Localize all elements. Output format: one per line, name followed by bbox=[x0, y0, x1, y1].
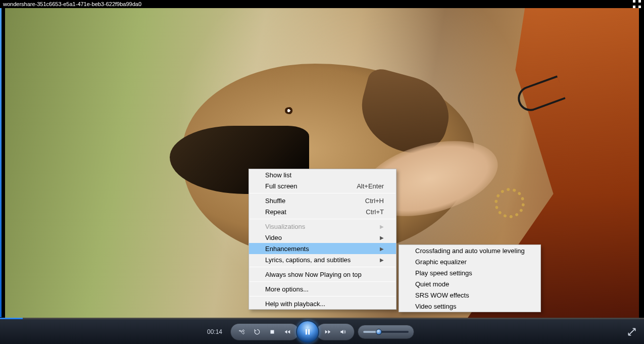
fullscreen-icon bbox=[627, 327, 637, 337]
menu-item-label: Enhancements bbox=[265, 245, 368, 253]
play-pause-button[interactable] bbox=[296, 320, 319, 343]
control-capsule-left bbox=[230, 323, 299, 340]
menu-item-more-options[interactable]: More options... bbox=[249, 283, 396, 294]
titlebar: wondershare-351c6653-e5a1-471e-beb3-622f… bbox=[0, 0, 644, 8]
menu-item-label: More options... bbox=[265, 285, 384, 293]
menu-separator bbox=[250, 219, 395, 219]
context-menu: Show listFull screenAlt+EnterShuffleCtrl… bbox=[249, 169, 397, 310]
submenu-item-label: SRS WOW effects bbox=[415, 291, 528, 299]
menu-separator bbox=[250, 193, 395, 193]
menu-item-visualizations: Visualizations▶ bbox=[249, 221, 396, 232]
volume-icon bbox=[339, 328, 346, 335]
elapsed-time: 00:14 bbox=[207, 328, 222, 335]
menu-item-show-list[interactable]: Show list bbox=[249, 169, 396, 180]
menu-item-label: Help with playback... bbox=[265, 300, 384, 308]
menu-item-label: Visualizations bbox=[265, 223, 368, 230]
fullscreen-button[interactable] bbox=[627, 327, 637, 337]
stop-button[interactable] bbox=[265, 325, 279, 339]
menu-item-help-with-playback[interactable]: Help with playback... bbox=[249, 298, 396, 309]
submenu-item-label: Quiet mode bbox=[415, 280, 528, 288]
shuffle-icon bbox=[238, 328, 245, 335]
volume-thumb[interactable] bbox=[376, 329, 382, 335]
next-icon bbox=[324, 328, 331, 335]
menu-item-always-show-now-playing-on-top[interactable]: Always show Now Playing on top bbox=[249, 269, 396, 280]
submenu-item-label: Play speed settings bbox=[415, 269, 528, 277]
stop-icon bbox=[269, 328, 276, 335]
submenu-arrow-icon: ▶ bbox=[380, 224, 384, 229]
menu-separator bbox=[250, 281, 395, 282]
left-edge-highlight bbox=[0, 8, 2, 317]
previous-button[interactable] bbox=[280, 325, 294, 339]
menu-item-shortcut: Ctrl+T bbox=[366, 208, 384, 216]
menu-item-enhancements[interactable]: Enhancements▶ bbox=[249, 243, 396, 254]
pause-icon bbox=[304, 328, 312, 336]
menu-separator bbox=[250, 267, 395, 267]
menu-item-label: Always show Now Playing on top bbox=[265, 271, 384, 278]
submenu-item-srs-wow-effects[interactable]: SRS WOW effects bbox=[399, 289, 540, 301]
repeat-button[interactable] bbox=[250, 325, 264, 339]
submenu-item-quiet-mode[interactable]: Quiet mode bbox=[399, 278, 540, 289]
menu-item-label: Repeat bbox=[265, 208, 354, 216]
enhancements-submenu: Crossfading and auto volume levelingGrap… bbox=[399, 244, 541, 312]
control-center bbox=[230, 320, 414, 343]
menu-item-label: Full screen bbox=[265, 182, 344, 190]
submenu-item-label: Video settings bbox=[415, 303, 528, 310]
switch-view-icon[interactable] bbox=[633, 0, 641, 8]
mute-button[interactable] bbox=[336, 325, 350, 339]
menu-item-video[interactable]: Video▶ bbox=[249, 232, 396, 243]
play-pause-wrapper bbox=[296, 320, 319, 343]
menu-item-shuffle[interactable]: ShuffleCtrl+H bbox=[249, 195, 396, 206]
svg-rect-0 bbox=[270, 330, 274, 333]
next-button[interactable] bbox=[321, 325, 335, 339]
window-title: wondershare-351c6653-e5a1-471e-beb3-622f… bbox=[3, 1, 141, 7]
menu-item-repeat[interactable]: RepeatCtrl+T bbox=[249, 206, 396, 217]
submenu-item-label: Graphic equalizer bbox=[415, 258, 528, 266]
submenu-item-label: Crossfading and auto volume leveling bbox=[415, 247, 528, 255]
shuffle-button[interactable] bbox=[235, 325, 249, 339]
menu-item-label: Video bbox=[265, 234, 368, 241]
submenu-arrow-icon: ▶ bbox=[380, 246, 384, 252]
svg-rect-2 bbox=[308, 329, 310, 334]
menu-item-lyrics-captions-and-subtitles[interactable]: Lyrics, captions, and subtitles▶ bbox=[249, 254, 396, 265]
submenu-item-play-speed-settings[interactable]: Play speed settings bbox=[399, 267, 540, 278]
menu-separator bbox=[250, 296, 395, 297]
submenu-item-video-settings[interactable]: Video settings bbox=[399, 301, 540, 312]
volume-slider[interactable] bbox=[363, 331, 409, 333]
submenu-item-graphic-equalizer[interactable]: Graphic equalizer bbox=[399, 256, 540, 267]
menu-item-shortcut: Ctrl+H bbox=[365, 197, 384, 205]
previous-icon bbox=[284, 328, 291, 335]
playback-controls: 00:14 bbox=[0, 319, 644, 344]
submenu-arrow-icon: ▶ bbox=[380, 257, 384, 263]
submenu-item-crossfading-and-auto-volume-leveling[interactable]: Crossfading and auto volume leveling bbox=[399, 245, 540, 256]
menu-item-label: Lyrics, captions, and subtitles bbox=[265, 256, 368, 264]
control-capsule-right bbox=[316, 323, 355, 340]
svg-rect-1 bbox=[306, 329, 307, 334]
menu-item-label: Shuffle bbox=[265, 197, 353, 205]
menu-item-shortcut: Alt+Enter bbox=[357, 182, 384, 190]
menu-item-label: Show list bbox=[265, 171, 384, 179]
submenu-arrow-icon: ▶ bbox=[380, 235, 384, 240]
repeat-icon bbox=[254, 328, 261, 335]
menu-item-full-screen[interactable]: Full screenAlt+Enter bbox=[249, 180, 396, 191]
volume-capsule bbox=[358, 325, 414, 339]
